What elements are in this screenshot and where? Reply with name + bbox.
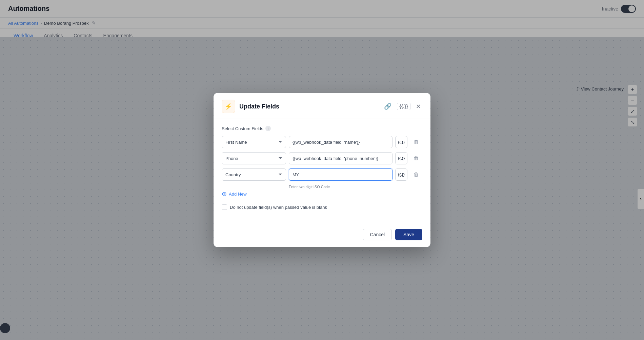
- merge-tags-icon[interactable]: {{.}}: [397, 103, 410, 110]
- merge-tags-btn-1[interactable]: {{.}}: [395, 136, 407, 148]
- checkbox-label: Do not update field(s) when passed value…: [230, 205, 327, 210]
- delete-row-btn-2[interactable]: 🗑: [410, 152, 422, 164]
- field-row-2: Phone First Name Country {{.}} 🗑: [222, 152, 422, 164]
- merge-tags-btn-2[interactable]: {{.}}: [395, 152, 407, 164]
- merge-tags-btn-3[interactable]: {{.}}: [395, 168, 407, 181]
- modal-header: ⚡ Update Fields 🔗 {{.}} ✕: [214, 93, 430, 119]
- field-input-2[interactable]: [289, 152, 393, 164]
- field-row-1: First Name Phone Country {{.}} 🗑: [222, 136, 422, 148]
- lightning-icon: ⚡: [225, 103, 232, 110]
- modal-header-actions: 🔗 {{.}} ✕: [383, 101, 422, 112]
- section-label: Select Custom Fields i: [222, 126, 422, 131]
- field-select-3[interactable]: Country First Name Phone: [222, 168, 286, 181]
- field-hint-country: Enter two digit ISO Code: [289, 185, 422, 189]
- update-fields-modal: ⚡ Update Fields 🔗 {{.}} ✕ Select Custom …: [214, 93, 430, 247]
- delete-row-btn-3[interactable]: 🗑: [410, 168, 422, 181]
- field-select-1[interactable]: First Name Phone Country: [222, 136, 286, 148]
- modal-icon: ⚡: [222, 100, 235, 113]
- no-update-checkbox[interactable]: [222, 204, 227, 210]
- field-input-3[interactable]: [289, 168, 393, 181]
- section-label-text: Select Custom Fields: [222, 126, 263, 131]
- field-input-1[interactable]: [289, 136, 393, 148]
- add-new-button[interactable]: ⊕ Add New: [222, 190, 422, 198]
- field-row-3: Country First Name Phone {{.}} 🗑: [222, 168, 422, 181]
- save-button[interactable]: Save: [395, 229, 422, 240]
- info-icon[interactable]: i: [265, 126, 271, 131]
- add-new-icon: ⊕: [222, 190, 227, 198]
- modal-body: Select Custom Fields i First Name Phone …: [214, 119, 430, 225]
- close-icon[interactable]: ✕: [415, 101, 422, 112]
- add-new-label: Add New: [229, 192, 247, 197]
- checkbox-row: Do not update field(s) when passed value…: [222, 204, 422, 210]
- field-select-2[interactable]: Phone First Name Country: [222, 152, 286, 164]
- modal-footer: Cancel Save: [214, 225, 430, 247]
- modal-overlay: ⚡ Update Fields 🔗 {{.}} ✕ Select Custom …: [0, 0, 644, 340]
- modal-title-area: ⚡ Update Fields: [222, 100, 279, 113]
- modal-title: Update Fields: [239, 103, 279, 110]
- link-icon[interactable]: 🔗: [383, 101, 393, 112]
- delete-row-btn-1[interactable]: 🗑: [410, 136, 422, 148]
- cancel-button[interactable]: Cancel: [363, 229, 392, 240]
